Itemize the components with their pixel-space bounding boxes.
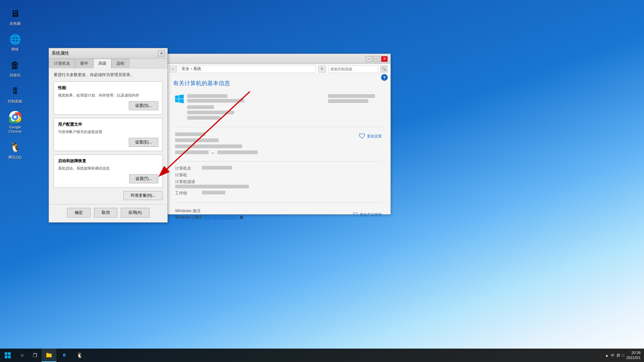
startup-recovery-settings-btn[interactable]: 设置(T)... — [129, 174, 158, 183]
table-row: ＝ 🛡 更改设置 — [174, 131, 383, 158]
windows-logo-icon — [175, 95, 184, 103]
tab-hardware[interactable]: 硬件 — [75, 59, 93, 68]
system-properties-dialog: 系统属性 ✕ 计算机名 硬件 高级 远程 要进行大多数更改，你必须作为管理员登录… — [49, 48, 168, 223]
desktop-icon-network[interactable]: 🌐 网络 — [3, 33, 27, 52]
google-chrome-icon — [8, 110, 22, 124]
cp-titlebar: ─ □ ✕ — [166, 54, 390, 64]
dialog-titlebar: 系统属性 ✕ — [49, 48, 167, 59]
user-profile-settings-btn[interactable]: 设置(E)... — [129, 138, 158, 147]
taskbar-start-btn[interactable] — [0, 349, 15, 362]
cp-refresh-btn[interactable]: ↻ — [318, 65, 326, 73]
tray-desktop-btn[interactable]: □ — [622, 353, 625, 357]
this-pc-icon: 🖥 — [8, 7, 22, 20]
startup-recovery-section-desc: 系统启动、系统故障和调试信息 — [58, 166, 158, 171]
control-panel-label: 控制面板 — [8, 99, 22, 104]
dialog-footer: 确定 取消 应用(A) — [49, 204, 167, 222]
system-label: ＝ — [174, 131, 271, 158]
environment-variables-btn[interactable]: 环境变量(N)... — [123, 191, 163, 200]
startup-recovery-section: 启动和故障恢复 系统启动、系统故障和调试信息 设置(T)... — [54, 155, 163, 188]
performance-section-desc: 视觉效果，处理器计划、内存使用，以及虚拟内存 — [58, 93, 158, 98]
taskbar-app-explorer[interactable] — [42, 349, 56, 362]
dialog-close-btn[interactable]: ✕ — [158, 50, 165, 56]
taskbar-system-tray: ▲ 中 拼 □ — [605, 353, 625, 358]
tray-expand-btn[interactable]: ▲ — [605, 353, 609, 357]
network-icon: 🌐 — [8, 33, 22, 46]
tab-remote[interactable]: 远程 — [111, 59, 129, 68]
desktop-icon-this-pc[interactable]: 🖥 此电脑 — [3, 7, 27, 26]
svg-rect-6 — [5, 352, 7, 355]
taskbar-app-edge[interactable]: e — [57, 349, 72, 362]
recycle-bin-label: 回收站 — [10, 73, 21, 77]
read-ms-software-link[interactable]: 阅读 Microsoft 软件许 — [203, 215, 240, 219]
table-row: 计算机名 计算机 计算机描述 工作组 — [174, 165, 383, 198]
table-row: Windows 激活 Windows 已激活 阅读 Microsoft 软件许 … — [174, 207, 383, 221]
user-profile-section: 用户配置文件 与登录帐户相关的桌面设置 设置(E)... — [54, 118, 163, 151]
dialog-title: 系统属性 — [52, 50, 69, 56]
cp-help-btn[interactable]: ? — [381, 74, 388, 81]
windows-start-icon — [5, 352, 11, 358]
svg-rect-8 — [5, 356, 7, 358]
performance-settings-btn[interactable]: 设置(S)... — [129, 101, 158, 110]
performance-section: 性能 视觉效果，处理器计划、内存使用，以及虚拟内存 设置(S)... — [54, 81, 163, 115]
taskbar-app-qq[interactable]: 🐧 — [72, 349, 87, 362]
dialog-admin-note: 要进行大多数更改，你必须作为管理员登录。 — [54, 72, 163, 77]
cp-back-btn[interactable]: ‹ — [169, 65, 177, 73]
tab-advanced[interactable]: 高级 — [93, 59, 111, 68]
dialog-apply-btn[interactable]: 应用(A) — [121, 208, 150, 218]
startup-recovery-section-title: 启动和故障恢复 — [58, 158, 158, 164]
taskbar-clock[interactable]: 20:36 2021/5/1 — [626, 350, 641, 361]
svg-rect-9 — [8, 356, 11, 358]
cp-minimize-btn[interactable]: ─ — [366, 56, 372, 62]
cp-page-title: 有关计算机的基本信息 — [173, 79, 384, 87]
svg-point-3 — [14, 116, 16, 118]
desktop-icon-control-panel[interactable]: 🎛 控制面板 — [3, 84, 27, 104]
cp-address-bar: ‹ 安全 › 系统 ↻ 🔍 — [166, 64, 390, 74]
table-row — [174, 199, 383, 206]
dialog-cancel-btn[interactable]: 取消 — [94, 208, 117, 218]
desktop-icons-area: 🖥 此电脑 🌐 网络 🗑 回收站 🎛 控制面板 Google Chrome — [0, 0, 27, 160]
recycle-bin-icon: 🗑 — [8, 58, 22, 72]
tray-keyboard-indicator: 拼 — [616, 353, 620, 358]
windows-activation-label: Windows 激活 — [175, 208, 201, 213]
tab-computer-name[interactable]: 计算机名 — [49, 59, 75, 68]
svg-rect-7 — [8, 352, 11, 355]
taskbar: ○ ❒ e 🐧 ▲ 中 拼 □ 20:36 2021/5/1 — [0, 349, 644, 362]
google-chrome-label: Google Chrome — [3, 125, 27, 134]
taskbar-task-view-btn[interactable]: ❒ — [29, 349, 41, 362]
this-pc-label: 此电脑 — [10, 21, 21, 26]
network-label: 网络 — [11, 47, 19, 52]
dialog-content-area: 要进行大多数更改，你必须作为管理员登录。 性能 视觉效果，处理器计划、内存使用，… — [49, 68, 167, 204]
taskbar-search-btn[interactable]: ○ — [16, 349, 28, 362]
cp-content-area: 有关计算机的基本信息 — [166, 74, 390, 227]
cp-breadcrumb-text: 安全 › 系统 — [181, 66, 201, 72]
cp-close-btn[interactable]: ✕ — [381, 56, 388, 62]
table-row — [174, 159, 383, 164]
dialog-window-controls: ✕ — [158, 50, 165, 56]
cp-search-btn[interactable]: 🔍 — [380, 65, 388, 73]
table-row — [174, 93, 383, 122]
change-product-key-btn[interactable]: 更改产品密钥 — [360, 212, 382, 217]
windows-activated-label: Windows 已激活 — [175, 215, 202, 219]
user-profile-section-desc: 与登录帐户相关的桌面设置 — [58, 129, 158, 134]
dialog-ok-btn[interactable]: 确定 — [67, 208, 91, 218]
clock-date: 2021/5/1 — [626, 355, 641, 360]
cp-breadcrumb[interactable]: 安全 › 系统 — [179, 65, 316, 73]
desktop-icon-recycle-bin[interactable]: 🗑 回收站 — [3, 58, 27, 77]
performance-section-title: 性能 — [58, 85, 158, 91]
cp-search-input[interactable] — [328, 65, 378, 73]
desktop-icon-google-chrome[interactable]: Google Chrome — [3, 110, 27, 134]
system-info-table: ＝ 🛡 更改设置 计算机名 计算机 计算机描述 — [173, 93, 384, 222]
cp-maximize-btn[interactable]: □ — [373, 56, 380, 62]
dialog-tabs: 计算机名 硬件 高级 远程 — [49, 59, 167, 68]
change-settings-btn[interactable]: 更改设置 — [367, 134, 382, 139]
clock-time: 20:36 — [626, 350, 641, 355]
cp-window-controls: ─ □ ✕ — [366, 56, 388, 62]
desktop-icon-tencent-qq[interactable]: 🐧 腾讯QQ — [3, 140, 27, 160]
tencent-qq-label: 腾讯QQ — [8, 155, 21, 160]
taskbar-right-area: ▲ 中 拼 □ 20:36 2021/5/1 — [605, 350, 644, 361]
tray-ime-indicator: 中 — [611, 353, 614, 358]
file-explorer-icon — [46, 352, 52, 358]
control-panel-icon: 🎛 — [8, 84, 22, 98]
control-panel-window: ─ □ ✕ ‹ 安全 › 系统 ↻ 🔍 ? 有关计算机的基本信息 — [166, 54, 391, 215]
table-row — [174, 123, 383, 131]
